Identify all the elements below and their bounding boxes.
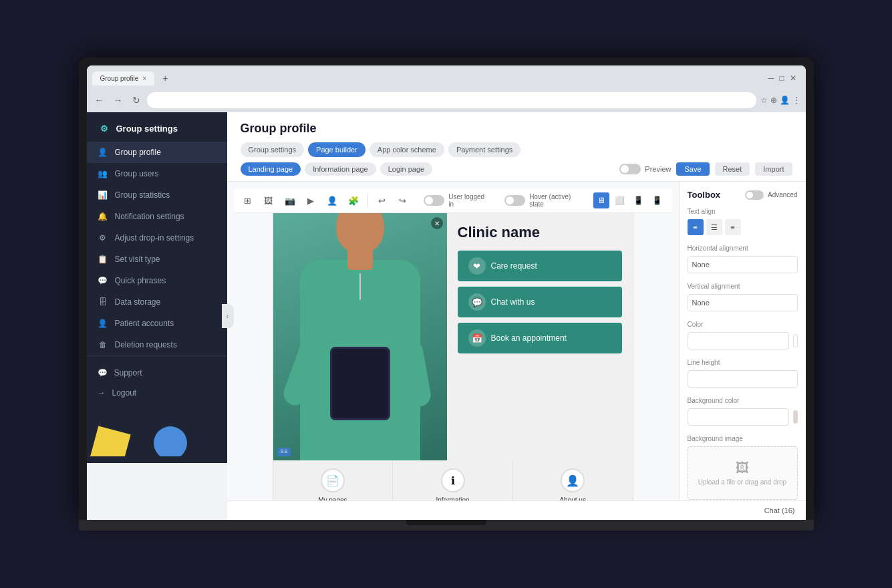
- group-statistics-icon: 📊: [98, 190, 108, 200]
- profile-icon[interactable]: 👤: [780, 96, 790, 105]
- sidebar-section-title: Group settings: [116, 124, 178, 134]
- vertical-alignment-select[interactable]: None: [688, 294, 798, 311]
- color-swatch[interactable]: [793, 334, 798, 347]
- grid-icon[interactable]: ⊞: [241, 193, 255, 208]
- my-pages-button[interactable]: 📄 My pages: [273, 460, 394, 500]
- window-maximize[interactable]: □: [779, 74, 784, 83]
- sidebar-item-group-statistics[interactable]: 📊 Group statistics: [87, 184, 227, 206]
- preview-toggle-track[interactable]: [619, 164, 641, 174]
- group-users-icon: 👥: [98, 168, 108, 179]
- background-color-input[interactable]: #e0d1d1: [688, 408, 789, 426]
- user-logged-in-thumb: [425, 196, 433, 204]
- upload-area[interactable]: 🖼 Upload a file or drag and drop: [688, 446, 798, 500]
- color-section: Color: [688, 321, 798, 349]
- preview-controls: Preview Save Reset Import: [619, 162, 792, 176]
- tab-group-settings[interactable]: Group settings: [241, 142, 305, 157]
- window-close[interactable]: ✕: [790, 74, 796, 83]
- new-tab-button[interactable]: +: [157, 69, 173, 87]
- tab-payment-settings[interactable]: Payment settings: [448, 142, 521, 157]
- screen-bezel: Group profile × + ─ □ ✕ ← → ↻: [79, 57, 814, 520]
- hover-state-track[interactable]: [504, 195, 525, 206]
- device-desktop-button[interactable]: 🖥: [593, 192, 609, 208]
- chat-footer[interactable]: Chat (16): [227, 500, 806, 520]
- care-request-button[interactable]: ❤ Care request: [458, 251, 622, 281]
- tab-app-color-scheme[interactable]: App color scheme: [369, 142, 444, 157]
- sidebar-item-support[interactable]: 💬 Support: [87, 363, 227, 383]
- video-icon[interactable]: ▶: [303, 193, 318, 208]
- sub-tab-landing-page[interactable]: Landing page: [241, 162, 301, 176]
- align-center-button[interactable]: ☰: [706, 219, 722, 235]
- sidebar-item-deletion-requests[interactable]: 🗑 Deletion requests: [87, 334, 227, 355]
- line-height-input[interactable]: [688, 370, 798, 388]
- tab-close-icon[interactable]: ×: [142, 75, 146, 82]
- menu-icon[interactable]: ⋮: [792, 96, 800, 105]
- tab-page-builder[interactable]: Page builder: [308, 142, 365, 157]
- align-left-button[interactable]: ≡: [688, 219, 704, 235]
- horizontal-alignment-select[interactable]: None: [688, 256, 798, 273]
- browser-tab[interactable]: Group profile ×: [92, 71, 155, 86]
- redo-icon[interactable]: ↪: [396, 193, 410, 208]
- address-bar[interactable]: [147, 92, 756, 108]
- sidebar-item-notification-settings[interactable]: 🔔 Notification settings: [87, 206, 227, 227]
- care-request-label: Care request: [491, 261, 537, 271]
- photo-icon[interactable]: 📷: [283, 193, 297, 208]
- chat-with-us-label: Chat with us: [491, 297, 535, 307]
- care-request-icon: ❤: [468, 257, 486, 275]
- image-icon[interactable]: 🖼: [261, 193, 276, 208]
- sub-tab-information-page[interactable]: Information page: [305, 162, 376, 176]
- book-appointment-button[interactable]: 📅 Book an appointment: [458, 323, 622, 353]
- clinic-name-title: Clinic name: [458, 224, 622, 241]
- import-button[interactable]: Import: [755, 162, 792, 176]
- browser-controls: ← → ↻ ☆ ⊕ 👤 ⋮: [92, 90, 800, 112]
- forward-button[interactable]: →: [111, 94, 126, 107]
- deco-yellow-shape: [90, 426, 130, 456]
- undo-icon[interactable]: ↩: [374, 193, 389, 208]
- preview-label: Preview: [645, 165, 671, 173]
- window-minimize[interactable]: ─: [768, 74, 774, 83]
- bookmark-icon[interactable]: ☆: [760, 96, 768, 105]
- user-logged-in-label: User logged in: [448, 193, 490, 208]
- user-logged-in-track[interactable]: [424, 195, 444, 206]
- page-header: Group profile Group settings Page builde…: [227, 112, 806, 182]
- puzzle-icon[interactable]: 🧩: [346, 193, 361, 208]
- refresh-button[interactable]: ↻: [130, 94, 143, 107]
- back-button[interactable]: ←: [92, 94, 107, 107]
- information-icon: ℹ: [441, 468, 465, 492]
- device-tablet-portrait-button[interactable]: 📱: [631, 192, 647, 208]
- chat-with-us-button[interactable]: 💬 Chat with us: [458, 287, 622, 317]
- advanced-toggle[interactable]: Advanced: [745, 190, 797, 200]
- color-input-field[interactable]: [688, 332, 789, 349]
- sidebar-item-group-users[interactable]: 👥 Group users: [87, 163, 227, 184]
- align-right-button[interactable]: ≡: [725, 219, 741, 235]
- sidebar-item-logout[interactable]: → Logout: [87, 383, 227, 403]
- about-us-button[interactable]: 👤 About us: [513, 460, 633, 500]
- line-height-section: Line height: [688, 359, 798, 388]
- sidebar-item-data-storage[interactable]: 🗄 Data storage: [87, 291, 227, 313]
- background-image-label: Background image: [688, 435, 798, 442]
- line-height-label: Line height: [688, 359, 798, 366]
- browser-tabs: Group profile × + ─ □ ✕: [92, 69, 800, 87]
- book-icon: 📅: [468, 329, 486, 347]
- person-icon[interactable]: 👤: [325, 193, 339, 208]
- preview-toggle[interactable]: Preview: [619, 164, 671, 174]
- advanced-toggle-track[interactable]: [745, 190, 764, 200]
- background-color-swatch[interactable]: [793, 410, 798, 424]
- hero-close-button[interactable]: ✕: [431, 217, 443, 229]
- canvas-area: ⊞ 🖼 📷 ▶ 👤 🧩 ↩ ↪: [227, 182, 679, 500]
- hero-content: Clinic name ❤ Care request 💬 Cha: [447, 213, 633, 460]
- save-button[interactable]: Save: [676, 162, 709, 176]
- information-button[interactable]: ℹ Information: [393, 460, 513, 500]
- device-mobile-button[interactable]: 📱: [649, 192, 665, 208]
- sidebar-item-group-profile[interactable]: 👤 Group profile: [87, 142, 227, 163]
- sidebar-item-set-visit-type[interactable]: 📋 Set visit type: [87, 249, 227, 270]
- device-tablet-landscape-button[interactable]: ⬜: [612, 192, 628, 208]
- browser-window: Group profile × + ─ □ ✕ ← → ↻: [87, 65, 806, 520]
- reset-button[interactable]: Reset: [715, 162, 750, 176]
- sidebar-item-adjust-dropin[interactable]: ⚙ Adjust drop-in settings: [87, 227, 227, 249]
- sidebar-item-patient-accounts[interactable]: 👤 Patient accounts: [87, 313, 227, 334]
- adjust-dropin-icon: ⚙: [98, 233, 108, 243]
- sidebar-item-quick-phrases[interactable]: 💬 Quick phrases: [87, 270, 227, 291]
- extensions-icon[interactable]: ⊕: [770, 96, 777, 105]
- sidebar-collapse-button[interactable]: ‹: [222, 304, 234, 328]
- sub-tab-login-page[interactable]: Login page: [380, 162, 432, 176]
